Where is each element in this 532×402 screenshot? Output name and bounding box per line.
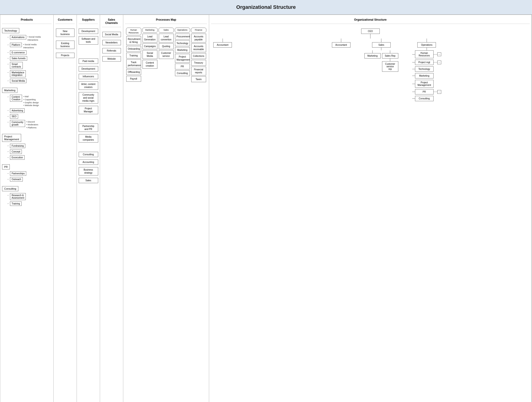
automations-box: Automations — [10, 35, 26, 39]
sales-funnels-box: Sales funnels — [10, 56, 27, 61]
proc-content-creation: Contentcreation — [143, 60, 157, 69]
pr-ops: PR — [415, 89, 434, 94]
proc-sales-header: Sales — [158, 28, 174, 33]
marketing-ops: Marketing — [415, 73, 434, 78]
operations-node: Operations — [417, 42, 436, 48]
supplier-development2: Development — [79, 66, 98, 71]
projects-box: Projects — [56, 53, 75, 58]
list-item: → Partnerships — [7, 171, 51, 176]
proc-project-management: ProjectManagement — [175, 54, 190, 63]
processes-header: Processes Map — [125, 17, 207, 24]
list-item: → Concept — [7, 150, 51, 154]
list-item: → Marketplaceintegration — [7, 70, 51, 77]
pr-expand: ··· — [437, 90, 442, 94]
list-item: → Training — [7, 201, 51, 206]
supplier-consulting: Consulting — [79, 152, 98, 157]
seo-box: SEO — [10, 114, 18, 119]
supplier-paid-media: Paid media — [79, 58, 98, 64]
newsletters-channel: Newsletters — [102, 40, 121, 45]
platform-box: Platform — [10, 43, 22, 47]
research-box: Research &Assessment — [10, 193, 26, 200]
proc-payroll: Payroll — [126, 76, 141, 82]
customers-header: Customers — [56, 17, 75, 24]
project-mgt-ops: Project mgt — [415, 60, 434, 65]
arrow-icon: → — [7, 202, 9, 205]
community-growth-box: Communitygrowth — [10, 120, 25, 127]
products-header: Products — [2, 17, 51, 24]
supplier-partnership-pr: Partnershipand PR — [79, 124, 98, 132]
fundraising-box: Fundraising — [10, 144, 25, 148]
page-title: Organizational Structure — [0, 0, 532, 15]
arrow-icon: → — [7, 172, 9, 175]
list-item: → Fundraising — [7, 144, 51, 148]
smart-contracts-box: Smartcontracts — [10, 62, 23, 69]
processes-section: Processes Map HumanResources Recruitment… — [123, 15, 209, 402]
training-box: Training — [10, 201, 22, 206]
partnerships-box: Partnerships — [10, 171, 26, 176]
list-item: → Sales funnels — [7, 56, 51, 61]
arrow-icon: → — [7, 51, 9, 54]
supplier-sales: Sales — [79, 178, 98, 183]
list-item: → Research &Assessment — [7, 193, 51, 200]
technology-ops: Technology — [415, 66, 434, 72]
marketplace-box: Marketplaceintegration — [10, 70, 26, 77]
customers-list: Newbusiness Existingbusiness Projects — [56, 26, 75, 58]
outreach-box: Outreach — [10, 177, 23, 182]
org-structure-header: Organizational Structure — [211, 17, 530, 24]
ceo-box: CEO — [361, 29, 380, 34]
pr-children: → Partnerships → Outreach — [7, 171, 51, 182]
supplier-community: Communityand socialmedia mgrs — [79, 92, 98, 104]
existing-business-box: Existingbusiness — [56, 41, 75, 49]
marketing-under-sales: Marketing — [364, 53, 381, 58]
list-item: → E-commerce — [7, 50, 51, 55]
proc-operations-header: Operations — [175, 28, 190, 33]
social-media-box: Social Media — [10, 79, 26, 83]
proc-pr: PR — [175, 64, 190, 69]
proc-collections: Collections — [191, 53, 206, 59]
proc-hr-header: HumanResources — [126, 28, 141, 35]
proc-campaigns: Campaigns — [143, 44, 157, 49]
list-item: → Advertising — [7, 108, 51, 113]
referrals-channel: Referrals — [102, 48, 121, 53]
proc-procurement: Procurement — [175, 34, 190, 39]
advertising-box: Advertising — [10, 108, 25, 113]
proc-finance-header: Finance — [191, 28, 206, 33]
proc-financial-reports: Financialreports — [191, 67, 206, 75]
products-tree: Technology → Automations • Social mediai… — [2, 26, 51, 212]
proc-treasury: Treasury — [191, 60, 206, 66]
proc-recruitment: Recruitment& Hiring — [126, 36, 141, 45]
list-item: → SEO — [7, 114, 51, 119]
marketing-group: Marketing → ContentCreation • Mail• Copy… — [2, 88, 51, 129]
supplier-media-companies: Mediacompanies — [79, 134, 98, 143]
suppliers-list: Development Software andtools Paid media… — [79, 26, 98, 183]
technology-group: Technology → Automations • Social mediai… — [2, 28, 51, 83]
automations-notes: • Social mediainteractions — [28, 36, 41, 41]
supplier-accounting: Accounting — [79, 159, 98, 165]
project-mgmt-root: ProjectManagement — [2, 134, 21, 142]
technology-children: → Automations • Social mediainteractions… — [7, 35, 51, 83]
products-section: Products Technology → Automations • Soci… — [0, 15, 54, 402]
proc-consulting: Consulting — [175, 70, 190, 76]
arrow-icon: → — [7, 144, 9, 147]
pr-root: PR — [2, 164, 10, 170]
proc-customer-service: Customerservice — [159, 50, 174, 59]
arrow-icon: → — [7, 57, 9, 59]
proc-lead-conversion: Leadconvertion — [159, 34, 174, 43]
proc-accounts-payable: Accountspayable — [191, 34, 206, 43]
supplier-business-strategy: Businessstrategy — [79, 167, 98, 176]
sales-channels-section: Sales Channels Social Media Newsletters … — [100, 15, 123, 402]
list-item: → Platform • Social mediainteractions — [7, 43, 51, 49]
project-mgt-expand: ··· — [437, 61, 442, 64]
concept-box: Concept — [10, 150, 22, 154]
platform-notes: • Social mediainteractions — [23, 43, 37, 49]
consulting-root: Consulting — [2, 186, 18, 191]
project-mgmt-group: ProjectManagement → Fundraising → Concep… — [2, 134, 51, 160]
supplier-project-manager: ProjectManager — [79, 106, 98, 114]
org-chart: CEO Accountant — [211, 26, 530, 104]
marketing-root: Marketing — [2, 88, 17, 93]
customers-section: Customers Newbusiness Existingbusiness P… — [54, 15, 77, 402]
proc-technology: Technology — [175, 40, 190, 46]
arrow-icon: → — [7, 44, 9, 46]
proc-lead-generation: LeadGeneration — [143, 34, 157, 43]
arrow-icon: → — [7, 79, 9, 82]
